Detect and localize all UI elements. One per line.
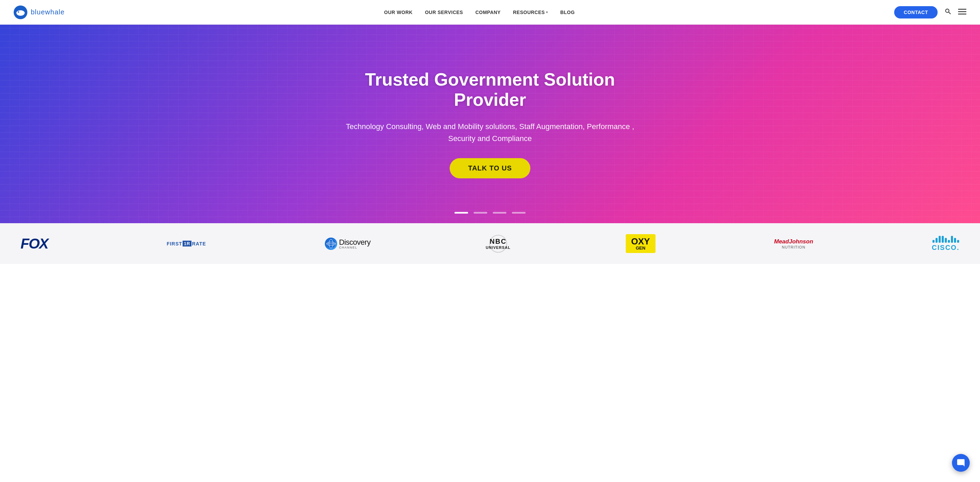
nav-item-blog[interactable]: BLOG <box>560 9 574 15</box>
bluewhale-logo-icon <box>14 5 27 19</box>
meadjohnson-logo-container: MeadJohnson Nutrition <box>774 238 813 249</box>
nav-link-our-services[interactable]: OUR SERVICES <box>425 10 463 15</box>
cisco-bar-2 <box>935 238 938 243</box>
hero-dot-2[interactable] <box>474 212 487 214</box>
cisco-bar-1 <box>932 240 934 243</box>
cisco-bar-9 <box>957 240 959 243</box>
discovery-text-block: Discovery CHANNEL <box>339 238 371 249</box>
chevron-down-icon: ▾ <box>546 10 548 14</box>
hamburger-icon <box>958 8 966 15</box>
hero-title: Trusted Government Solution Provider <box>343 70 637 110</box>
cisco-bars-icon <box>932 236 959 243</box>
hero-dot-1[interactable] <box>455 212 468 214</box>
nav-item-resources[interactable]: RESOURCES ▾ <box>513 10 548 15</box>
oxygen-logo: OXY GEN <box>626 234 655 253</box>
nbc-universal-text: UNIVERSAL <box>485 246 511 249</box>
nav-item-our-services[interactable]: OUR SERVICES <box>425 9 463 15</box>
nav-item-our-work[interactable]: OUR WORK <box>384 9 412 15</box>
hero-subtitle: Technology Consulting, Web and Mobility … <box>343 120 637 144</box>
firstrate-logo-text: FIRST1RRATE <box>167 241 206 246</box>
logo-link[interactable]: bluewhale <box>14 5 65 19</box>
clients-bar: FOX FIRST1RRATE Discovery CHANNEL NBC UN… <box>0 223 980 264</box>
firstrate-r-box: 1R <box>183 241 192 246</box>
nav-link-resources[interactable]: RESOURCES <box>513 10 545 15</box>
hero-dots <box>455 212 525 214</box>
talk-to-us-button[interactable]: TALK TO US <box>450 158 530 178</box>
cisco-bar-3 <box>939 236 941 243</box>
nbc-universal-logo: NBC UNIVERSAL <box>489 235 507 253</box>
svg-line-4 <box>949 12 951 14</box>
nav-link-our-work[interactable]: OUR WORK <box>384 10 412 15</box>
discovery-logo: Discovery CHANNEL <box>325 238 371 250</box>
oxygen-oxy-text: OXY <box>631 237 650 246</box>
contact-button[interactable]: CONTACT <box>894 6 938 19</box>
oxygen-gen-text: GEN <box>636 246 645 250</box>
cisco-bar-7 <box>951 236 953 243</box>
nav-right: CONTACT <box>894 6 966 19</box>
nav-link-company[interactable]: COMPANY <box>475 10 501 15</box>
hamburger-menu-button[interactable] <box>958 8 966 16</box>
hero-dot-4[interactable] <box>512 212 525 214</box>
fox-logo-text: FOX <box>21 236 48 252</box>
search-icon <box>945 8 951 15</box>
navbar: bluewhale OUR WORK OUR SERVICES COMPANY … <box>0 0 980 25</box>
nbc-text: NBC <box>490 238 506 246</box>
nav-link-blog[interactable]: BLOG <box>560 10 574 15</box>
meadjohnson-logo: MeadJohnson Nutrition <box>774 238 813 249</box>
logo-text: bluewhale <box>31 8 65 16</box>
hero-content: Trusted Government Solution Provider Tec… <box>336 70 644 179</box>
oxygen-logo-box: OXY GEN <box>626 234 655 253</box>
firstrate-logo: FIRST1RRATE <box>167 241 206 246</box>
cisco-bar-6 <box>948 240 950 243</box>
svg-point-2 <box>18 11 19 13</box>
svg-point-1 <box>16 10 25 16</box>
hero-section: Trusted Government Solution Provider Tec… <box>0 25 980 223</box>
cisco-logo: CISCO. <box>932 236 959 252</box>
cisco-name-text: CISCO. <box>932 244 959 252</box>
fox-logo: FOX <box>21 236 48 252</box>
search-icon-button[interactable] <box>945 8 951 16</box>
nbc-circle: NBC UNIVERSAL <box>489 235 507 253</box>
discovery-globe-icon <box>325 238 337 250</box>
cisco-bar-8 <box>954 238 956 243</box>
hero-dot-3[interactable] <box>493 212 506 214</box>
cisco-logo-container: CISCO. <box>932 236 959 252</box>
meadjohnson-name-text: MeadJohnson <box>774 238 813 245</box>
nav-links: OUR WORK OUR SERVICES COMPANY RESOURCES … <box>384 9 575 15</box>
cisco-bar-5 <box>945 238 947 243</box>
nav-item-company[interactable]: COMPANY <box>475 9 501 15</box>
discovery-text: Discovery <box>339 238 371 246</box>
globe-icon <box>326 239 336 249</box>
meadjohnson-nutrition-text: Nutrition <box>782 245 805 249</box>
cisco-bar-4 <box>942 236 944 243</box>
